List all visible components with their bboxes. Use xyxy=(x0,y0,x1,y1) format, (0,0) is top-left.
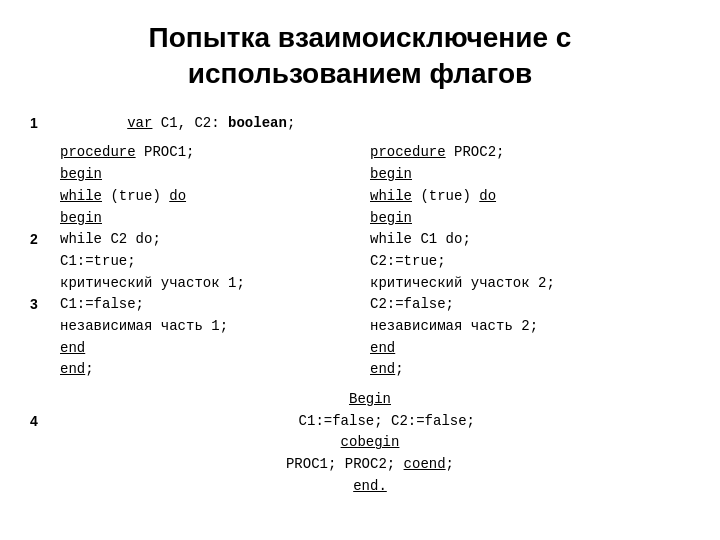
proc-row-2: begin begin xyxy=(30,164,690,186)
line-4-code: C1:=false; C2:=false; xyxy=(60,411,680,433)
line-num-1: 1 xyxy=(30,113,60,135)
line-3b-right: независимая часть 2; xyxy=(370,316,680,338)
line-2-right: while C1 do; xyxy=(370,229,680,251)
line-1-block: 1 var C1, C2: boolean; xyxy=(30,113,690,135)
line-num-4: 4 xyxy=(30,411,60,433)
end-block: end. xyxy=(30,476,690,498)
proc2-while-true: while (true) do xyxy=(370,186,680,208)
line-2b-right: C2:=true; xyxy=(370,251,680,273)
line-3b-left: независимая часть 1; xyxy=(60,316,370,338)
proc1-procedure: procedure PROC1; xyxy=(60,142,370,164)
line-2c-right: критический участок 2; xyxy=(370,273,680,295)
line-2-left: while C2 do; xyxy=(60,229,370,251)
line-3-right: C2:=false; xyxy=(370,294,680,316)
line-3c-left: end end; xyxy=(60,338,370,381)
end-label: end. xyxy=(60,476,680,498)
line-num-2: 2 xyxy=(30,229,60,251)
proc-row-3: while (true) do while (true) do xyxy=(30,186,690,208)
line-3c-block: end end; end end; xyxy=(30,338,690,381)
cobegin-label: cobegin xyxy=(60,432,680,454)
line-2b-left: C1:=true; xyxy=(60,251,370,273)
line-num-3: 3 xyxy=(30,294,60,316)
line-1-text: var C1, C2: boolean; xyxy=(60,113,370,135)
line-2c-block: критический участок 1; критический участ… xyxy=(30,273,690,295)
proc-line-block: PROC1; PROC2; coend; xyxy=(30,454,690,476)
proc-line: PROC1; PROC2; coend; xyxy=(60,454,680,476)
bottom-begin-block: Begin xyxy=(30,389,690,411)
line-2b-block: C1:=true; C2:=true; xyxy=(30,251,690,273)
line-2c-left: критический участок 1; xyxy=(60,273,370,295)
cobegin-block: cobegin xyxy=(30,432,690,454)
proc2-begin: begin xyxy=(370,164,680,186)
line-3b-block: независимая часть 1; независимая часть 2… xyxy=(30,316,690,338)
proc-row-4: begin begin xyxy=(30,208,690,230)
proc1-while-true: while (true) do xyxy=(60,186,370,208)
proc2-procedure: procedure PROC2; xyxy=(370,142,680,164)
line-1-code: var C1, C2: boolean; xyxy=(60,113,370,135)
proc2-begin2: begin xyxy=(370,208,680,230)
line-3-left: C1:=false; xyxy=(60,294,370,316)
line-3c-right: end end; xyxy=(370,338,680,381)
begin-label: Begin xyxy=(60,389,680,411)
line-3-block: 3 C1:=false; C2:=false; xyxy=(30,294,690,316)
code-content: 1 var C1, C2: boolean; procedure PROC1; … xyxy=(30,113,690,498)
proc1-begin2: begin xyxy=(60,208,370,230)
line-2-block: 2 while C2 do; while C1 do; xyxy=(30,229,690,251)
page-title: Попытка взаимоисключение с использование… xyxy=(30,20,690,93)
proc-row-1: procedure PROC1; procedure PROC2; xyxy=(30,142,690,164)
proc1-begin: begin xyxy=(60,164,370,186)
line-4-block: 4 C1:=false; C2:=false; xyxy=(30,411,690,433)
